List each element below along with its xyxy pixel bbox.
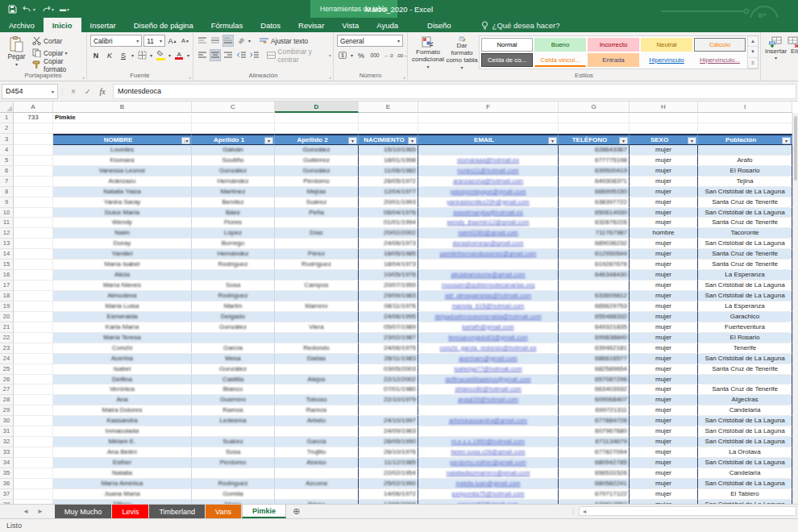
tell-me-search[interactable]: ¿Qué desea hacer? [460,18,560,32]
undo-icon[interactable]: ▾ [23,5,35,13]
table-header-email[interactable]: EMAIL▾ [418,134,559,145]
cell-H29[interactable]: 699721311 [559,405,630,416]
cell-undefined8[interactable]: San Cristóbal de La Laguna [698,187,792,197]
cell-undefined33[interactable]: La Orotava [698,447,792,458]
cell-H22[interactable]: 699838840 [559,333,630,343]
row-header-20[interactable]: 20 [0,312,14,322]
cell-G5[interactable]: xiomaraaa@hotmail.es [418,156,559,166]
row-header-3[interactable]: 3 [0,134,14,145]
cell-C6[interactable]: Vanessa Leonor [53,166,192,177]
cell-C4[interactable]: Lourdes [53,145,192,156]
cell-A9[interactable] [14,197,53,208]
redo-icon[interactable]: ▾ [41,5,54,13]
cell-G20[interactable]: delgadoafonsoesmeralda@hotmail.com [418,312,559,322]
fill-color-icon[interactable] [155,49,166,61]
cell-I7[interactable]: mujer [630,177,698,187]
style-bueno[interactable]: Bueno [534,38,586,52]
cell-H35[interactable]: 656531526 [559,468,630,479]
cell-D14[interactable]: Hernández [192,249,275,260]
cell-I20[interactable]: mujer [630,312,698,322]
cell-C27[interactable]: Verónica [53,384,192,395]
cell-G27[interactable]: oblanco80@hotmail.com [418,384,559,395]
style-neutral[interactable]: Neutral [641,38,692,52]
row-header-17[interactable]: 17 [0,281,14,291]
cell-I18[interactable]: mujer [630,291,698,301]
dialog-launcher-icon[interactable]: ⌟ [403,73,405,80]
align-left-icon[interactable] [197,49,208,61]
cell-F10[interactable]: 06/04/1976 [359,208,418,218]
cell-H20[interactable]: 655488332 [559,312,630,322]
increase-indent-icon[interactable] [248,49,260,61]
cell-E37[interactable] [275,489,359,500]
cell-H16[interactable]: 646348430 [559,270,630,281]
cell-A6[interactable] [14,166,53,177]
font-name-select[interactable]: Calibri▾ [90,35,142,47]
new-sheet-icon[interactable]: ⊕ [286,505,307,518]
align-center-icon[interactable] [210,49,221,61]
formula-input[interactable]: Montesdeoca [113,84,796,99]
cell-I1[interactable] [698,113,792,123]
cell-D1[interactable] [275,113,359,123]
table-header-apellido-1[interactable]: Apellido 1▾ [192,134,275,145]
cell-H28[interactable]: 609068407 [559,395,630,405]
row-header-30[interactable]: 30 [0,416,14,426]
cell-undefined9[interactable]: Santa Cruz de Tenerife [698,197,792,208]
style-hipervinculo-visitado[interactable]: Hipervínculo... [694,53,746,67]
cell-undefined36[interactable]: San Cristóbal de La Laguna [698,479,792,489]
table-header-nombre[interactable]: NOMBRE↓▾ [53,134,192,145]
horizontal-scrollbar[interactable]: ◄ [579,506,796,516]
cell-H13[interactable]: 689036232 [559,239,630,249]
cell-I14[interactable]: mujer [630,249,698,260]
cell-C25[interactable]: Isabel [53,364,192,375]
enter-icon[interactable]: ✓ [81,87,95,96]
paste-dropdown[interactable]: ▾ [15,61,18,67]
cell-G11[interactable]: wendy_jhazmin12@gmail.com [418,218,559,228]
cell-F2[interactable] [418,123,559,134]
cell-G17[interactable]: mousam@gobiernodecanarias.org [418,281,559,291]
cell-F37[interactable]: 14/06/1972 [359,489,418,500]
cell-D7[interactable]: Hernández [192,177,275,187]
cell-H18[interactable]: 633609812 [559,291,630,301]
cell-undefined32[interactable]: San Cristóbal de La Laguna [698,437,792,447]
cell-C36[interactable]: María América [53,479,192,489]
cell-undefined4[interactable] [698,145,792,156]
cell-D25[interactable]: González [192,364,275,375]
row-header-10[interactable]: 10 [0,208,14,218]
cell-A28[interactable] [14,395,53,405]
cell-C14[interactable]: Yamilet [53,249,192,260]
cell-F14[interactable]: 18/05/1985 [359,249,418,260]
cell-C26[interactable]: Delfina [53,375,192,385]
cell-E17[interactable]: Campos [275,281,359,291]
cell-E23[interactable]: Redondo [275,343,359,354]
cell-D34[interactable]: Perdomo [192,458,275,468]
cell-F33[interactable]: 26/10/1976 [359,447,418,458]
cell-A35[interactable] [14,468,53,479]
format-painter-button[interactable]: Copiar formato [30,59,85,71]
row-header-19[interactable]: 19 [0,301,14,312]
font-size-select[interactable]: 11▾ [143,35,165,47]
cell-D21[interactable]: González [192,322,275,333]
cell-I10[interactable]: mujer [630,208,698,218]
cell-E20[interactable] [275,312,359,322]
cell-C2[interactable] [192,123,275,134]
cell-A3[interactable] [14,134,53,145]
cell-D30[interactable]: Ledesma [192,416,275,426]
style-incorrecto[interactable]: Incorrecto [588,38,639,52]
delete-cells-button[interactable]: Eli [788,35,798,72]
style-celda-vinculada[interactable]: Celda vincul... [534,53,586,67]
cell-E6[interactable]: González [275,166,359,177]
row-header-34[interactable]: 34 [0,458,14,468]
cell-I30[interactable]: mujer [630,416,698,426]
row-header-25[interactable]: 25 [0,364,14,375]
row-header-14[interactable]: 14 [0,249,14,260]
style-normal[interactable]: Normal [481,38,533,52]
cell-H25[interactable]: 682589654 [559,364,630,375]
cell-I28[interactable]: mujer [630,395,698,405]
cell-H37[interactable]: 679717122 [559,489,630,500]
cell-I2[interactable] [698,123,792,134]
sort-filter-icon[interactable]: ↓▾ [181,137,190,144]
table-header-teléfono[interactable]: TELÉFONO▾ [559,134,630,145]
conditional-formatting-button[interactable]: ≠ Formato condicional ▾ [411,35,445,72]
cell-C21[interactable]: Karla María [53,322,192,333]
cell-F15[interactable]: 18/04/1973 [359,260,418,270]
